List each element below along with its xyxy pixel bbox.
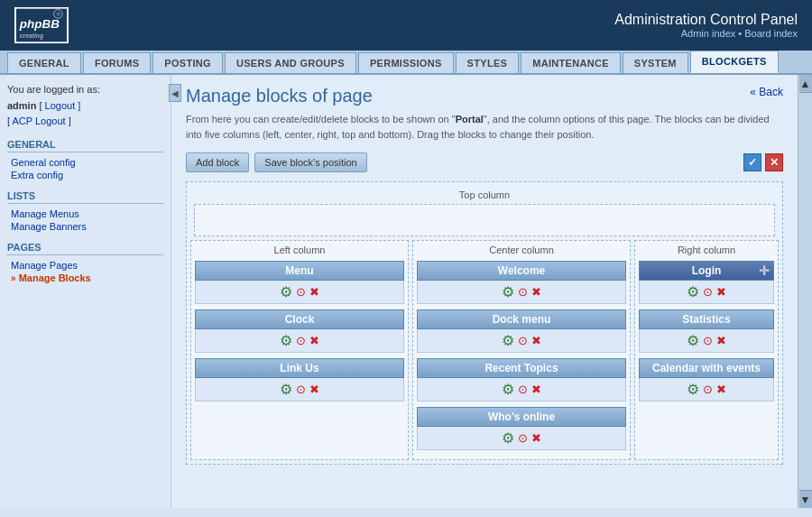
block-calendar-delete-icon[interactable]: ✖	[716, 383, 726, 396]
block-clock-delete-icon[interactable]: ✖	[309, 334, 319, 347]
block-clock-disable-icon[interactable]: ⊙	[296, 334, 306, 347]
block-statistics-settings-icon[interactable]: ⚙	[687, 332, 699, 349]
block-welcome: Welcome ⚙ ⊙ ✖	[417, 261, 626, 304]
tab-system[interactable]: SYSTEM	[623, 52, 688, 73]
block-dock-menu-delete-icon[interactable]: ✖	[531, 334, 541, 347]
block-welcome-disable-icon[interactable]: ⊙	[518, 285, 528, 299]
block-calendar-settings-icon[interactable]: ⚙	[687, 381, 699, 398]
sidebar-link-general-config[interactable]: General config	[7, 156, 163, 169]
sidebar-section-lists: LISTS	[7, 190, 163, 204]
sidebar-user-info: You are logged in as: admin [ Logout ] […	[7, 82, 163, 130]
center-column-label: Center column	[417, 245, 626, 255]
block-calendar-disable-icon[interactable]: ⊙	[703, 383, 713, 396]
block-menu: Menu ⚙ ⊙ ✖	[195, 261, 404, 304]
tab-maintenance[interactable]: MAINTENANCE	[521, 52, 621, 73]
block-recent-topics-settings-icon[interactable]: ⚙	[502, 381, 514, 398]
block-recent-topics-title: Recent Topics	[484, 362, 558, 374]
sidebar-link-manage-blocks[interactable]: » Manage Blocks	[7, 272, 163, 284]
block-recent-topics-disable-icon[interactable]: ⊙	[518, 383, 528, 396]
top-column-area	[194, 204, 775, 236]
portal-link: Portal	[456, 114, 484, 125]
block-dock-menu-header[interactable]: Dock menu	[417, 309, 626, 329]
block-statistics-disable-icon[interactable]: ⊙	[703, 334, 713, 347]
admin-index-link[interactable]: Admin index	[681, 28, 736, 39]
block-menu-settings-icon[interactable]: ⚙	[280, 283, 292, 300]
page-title: Manage blocks of page	[186, 86, 783, 106]
block-whos-online-header[interactable]: Who's online	[417, 407, 626, 427]
block-menu-controls: ⚙ ⊙ ✖	[195, 281, 404, 304]
block-clock-controls: ⚙ ⊙ ✖	[195, 329, 404, 353]
header-links: Admin index • Board index	[614, 28, 798, 39]
tab-styles[interactable]: STYLES	[456, 52, 520, 73]
block-link-us: Link Us ⚙ ⊙ ✖	[195, 358, 404, 402]
block-whos-online-settings-icon[interactable]: ⚙	[502, 429, 514, 447]
block-statistics-delete-icon[interactable]: ✖	[716, 334, 726, 347]
sidebar-link-extra-config[interactable]: Extra config	[7, 169, 163, 181]
cancel-icon[interactable]	[765, 153, 783, 171]
block-statistics-controls: ⚙ ⊙ ✖	[639, 329, 774, 353]
block-whos-online-disable-icon[interactable]: ⊙	[518, 431, 528, 445]
block-recent-topics-delete-icon[interactable]: ✖	[531, 383, 541, 396]
block-statistics-header[interactable]: Statistics	[639, 309, 774, 329]
save-position-button[interactable]: Save block's position	[254, 152, 366, 172]
block-whos-online-delete-icon[interactable]: ✖	[531, 431, 541, 445]
add-block-button[interactable]: Add block	[186, 152, 249, 172]
sidebar-section-pages: PAGES	[7, 242, 163, 255]
block-login-header[interactable]: Login ✛	[639, 261, 774, 281]
board-index-link[interactable]: Board index	[744, 28, 798, 39]
block-menu-title: Menu	[285, 264, 313, 277]
sidebar: ◀ You are logged in as: admin [ Logout ]…	[0, 75, 171, 508]
sidebar-link-manage-menus[interactable]: Manage Menus	[7, 208, 163, 220]
scrollbar-down[interactable]: ▼	[799, 490, 812, 508]
block-statistics-title: Statistics	[682, 313, 730, 326]
block-menu-header[interactable]: Menu	[195, 261, 404, 281]
phpbb-logo: phpBB creating communities ®	[14, 7, 69, 43]
block-link-us-delete-icon[interactable]: ✖	[309, 383, 319, 396]
block-clock-header[interactable]: Clock	[195, 309, 404, 329]
back-link[interactable]: « Back	[750, 86, 783, 98]
svg-text:creating: creating	[20, 32, 44, 40]
block-login-delete-icon[interactable]: ✖	[716, 285, 726, 299]
scrollbar-up[interactable]: ▲	[799, 75, 812, 93]
block-clock-settings-icon[interactable]: ⚙	[280, 332, 292, 349]
block-menu-delete-icon[interactable]: ✖	[309, 285, 319, 299]
logout-link[interactable]: [ Logout ]	[39, 100, 80, 111]
block-calendar-header[interactable]: Calendar with events	[639, 358, 774, 378]
block-login-move-icon[interactable]: ✛	[759, 263, 770, 278]
sidebar-link-manage-pages[interactable]: Manage Pages	[7, 259, 163, 272]
panel-title-area: Administration Control Panel Admin index…	[614, 12, 798, 39]
block-login: Login ✛ ⚙ ⊙ ✖	[639, 261, 774, 304]
content-area: « Back Manage blocks of page From here y…	[171, 75, 798, 508]
acp-logout-link[interactable]: [ ACP Logout ]	[7, 115, 71, 126]
block-calendar-title: Calendar with events	[652, 362, 761, 374]
block-link-us-disable-icon[interactable]: ⊙	[296, 383, 306, 396]
tab-forums[interactable]: FORUMS	[83, 52, 151, 73]
block-recent-topics-header[interactable]: Recent Topics	[417, 358, 626, 378]
block-link-us-settings-icon[interactable]: ⚙	[280, 381, 292, 398]
block-dock-menu-title: Dock menu	[493, 313, 551, 326]
block-login-title: Login	[692, 264, 722, 277]
center-column: Center column Welcome ⚙ ⊙ ✖ Do	[412, 240, 631, 460]
block-dock-menu-disable-icon[interactable]: ⊙	[518, 334, 528, 347]
block-dock-menu-settings-icon[interactable]: ⚙	[502, 332, 514, 349]
tab-posting[interactable]: POSTING	[152, 52, 223, 73]
block-login-disable-icon[interactable]: ⊙	[703, 285, 713, 299]
toolbar-right	[743, 153, 783, 171]
block-login-settings-icon[interactable]: ⚙	[687, 283, 699, 300]
scrollbar[interactable]: ▲ ▼	[798, 75, 812, 508]
sidebar-link-manage-banners[interactable]: Manage Banners	[7, 220, 163, 233]
block-link-us-header[interactable]: Link Us	[195, 358, 404, 378]
block-welcome-delete-icon[interactable]: ✖	[531, 285, 541, 299]
left-column-label: Left column	[195, 245, 404, 255]
block-welcome-header[interactable]: Welcome	[417, 261, 626, 281]
three-columns: Left column Menu ⚙ ⊙ ✖ Clock	[190, 240, 779, 460]
tab-permissions[interactable]: PERMISSIONS	[358, 52, 454, 73]
sidebar-toggle[interactable]: ◀	[169, 84, 181, 102]
block-menu-disable-icon[interactable]: ⊙	[296, 285, 306, 299]
confirm-icon[interactable]	[743, 153, 761, 171]
tab-blockgets[interactable]: BLOCKGETS	[690, 51, 779, 73]
tab-general[interactable]: GENERAL	[7, 52, 81, 73]
blocks-area: Top column Left column Menu ⚙ ⊙ ✖	[186, 181, 783, 465]
tab-users-and-groups[interactable]: USERS AND GROUPS	[225, 52, 356, 73]
block-welcome-settings-icon[interactable]: ⚙	[502, 283, 514, 300]
